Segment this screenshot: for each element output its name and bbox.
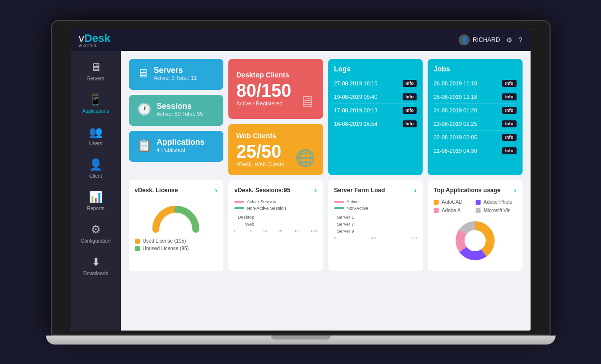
sidebar-item-downloads[interactable]: ⬇ Downloads (71, 250, 121, 282)
adobe-a-dot (434, 208, 439, 213)
job-badge[interactable]: Info (502, 107, 517, 114)
server-farm-arrow[interactable]: › (414, 186, 417, 194)
help-icon[interactable]: ? (519, 36, 523, 44)
sessions-desktop-label: Desktop (234, 215, 254, 220)
applications-card[interactable]: 📋 Applications 4 Published (129, 131, 224, 162)
logo: vDesk works (79, 32, 111, 48)
servers-card[interactable]: 🖥 Servers Active: 9 Total: 11 (129, 59, 224, 90)
job-badge[interactable]: Info (502, 134, 517, 141)
server-active-legend: Active (334, 199, 417, 204)
microsift-legend: Microsift Vis (476, 208, 517, 213)
applications-icon: 📱 (89, 93, 102, 106)
web-clients-title: Web Clients (236, 132, 315, 140)
unused-label: Unused License (95) (143, 246, 189, 251)
job-badge[interactable]: Info (502, 147, 517, 154)
microsift-dot (476, 208, 481, 213)
logs-title: Logs (334, 65, 417, 73)
log-badge[interactable]: Info (403, 80, 417, 87)
user-info: 👤 RICHARD (459, 34, 500, 45)
content: 🖥 Servers Active: 9 Total: 11 🕐 (121, 51, 531, 331)
sessions-chart-arrow[interactable]: › (315, 186, 317, 194)
sidebar-item-servers[interactable]: 🖥 Servers (71, 55, 121, 87)
log-badge[interactable]: Info (403, 120, 417, 127)
license-chart-arrow[interactable]: › (215, 186, 217, 194)
nonactive-session-label: Non-Active Session (247, 206, 286, 211)
job-item: 21-08-2019 04:30Info (434, 144, 517, 157)
top-apps-panel: Top Applications usage › AutoCAD (428, 180, 523, 271)
adobe-a-label: Adobe A (442, 208, 461, 213)
logs-list: 27-08-2019 16:10Info19-08-2019 09:40Info… (334, 77, 417, 130)
sidebar-item-label-applications: Applications (82, 108, 109, 114)
sidebar-item-configuration[interactable]: ⚙ Configuration (71, 217, 121, 250)
log-badge[interactable]: Info (403, 93, 417, 100)
top-apps-arrow[interactable]: › (514, 186, 517, 194)
job-item: 22-08-2019 03:05Info (434, 131, 517, 144)
laptop-base (46, 336, 556, 345)
web-clients-card[interactable]: Web Clients 25/50 vDesk. Web Clients 🌐 (228, 124, 323, 176)
server1-label: Server 1 (334, 215, 354, 220)
job-badge[interactable]: Info (502, 93, 517, 100)
job-badge[interactable]: Info (502, 120, 517, 127)
server-farm-header: Server Farm Load › (334, 186, 417, 194)
charts-row: vDesk. License › (129, 180, 523, 271)
nonactive-session-line (234, 207, 244, 209)
sidebar-item-applications[interactable]: 📱 Applications (71, 87, 121, 120)
adobe-photo-label: Adobe Photo (484, 199, 513, 205)
adobe-photo-legend: Adobe Photo (476, 199, 517, 205)
sessions-card[interactable]: 🕐 Sessions Active: 80 Total: 95 (129, 95, 224, 126)
applications-card-subtitle: 4 Published (157, 147, 205, 153)
job-item: 23-08-2019 02:25Info (434, 117, 517, 131)
top-apps-title: Top Applications usage (434, 187, 501, 194)
donut-hole (465, 230, 486, 251)
autocad-dot (434, 200, 439, 205)
logs-panel: Logs 27-08-2019 16:10Info19-08-2019 09:4… (328, 59, 423, 176)
reports-icon: 📊 (89, 191, 102, 204)
username: RICHARD (473, 36, 500, 43)
server7-row: Server 7 (334, 222, 417, 227)
job-date: 21-08-2019 04:30 (434, 148, 477, 154)
job-badge[interactable]: Info (502, 80, 517, 87)
sidebar: 🖥 Servers 📱 Applications 👥 Users 👤 Clien… (71, 51, 121, 331)
adobe-photo-dot (476, 200, 481, 205)
laptop-screen: vDesk works 👤 RICHARD ⚙ ? (71, 29, 531, 331)
log-item: 19-08-2019 09:40Info (334, 90, 417, 104)
log-badge[interactable]: Info (403, 107, 417, 114)
log-item: 17-08-2019 00:13Info (334, 104, 417, 117)
jobs-title: Jobs (434, 65, 517, 73)
configuration-icon: ⚙ (91, 223, 101, 236)
nonactive-session-legend: Non-Active Session (234, 206, 317, 211)
sessions-desktop-row: Desktop (234, 215, 317, 220)
desktop-clients-card[interactable]: Desktop Clients 80/150 Active / Register… (228, 59, 323, 119)
sidebar-item-label-client: Client (89, 173, 102, 179)
server-nonactive-label: Non-Active (347, 206, 369, 211)
jobs-list: 26-08-2019 11:18Info25-08-2019 12:18Info… (434, 77, 517, 157)
servers-card-icon: 🖥 (137, 66, 149, 80)
users-icon: 👥 (89, 126, 102, 139)
top-apps-donut (434, 218, 517, 263)
active-session-line (234, 201, 244, 203)
laptop-screen-outer: vDesk works 👤 RICHARD ⚙ ? (51, 20, 551, 336)
log-date: 16-08-2019 16:54 (334, 121, 378, 127)
adobe-a-legend: Adobe A (434, 208, 475, 213)
monitor-icon: 🖥 (299, 92, 315, 111)
servers-icon: 🖥 (90, 61, 101, 74)
sidebar-item-users[interactable]: 👥 Users (71, 120, 121, 152)
sessions-bar-chart: Desktop (234, 215, 317, 227)
unused-dot (135, 246, 140, 251)
license-donut-container (135, 199, 218, 234)
servers-card-subtitle: Active: 9 Total: 11 (154, 75, 197, 81)
top-bar: vDesk works 👤 RICHARD ⚙ ? (71, 29, 531, 51)
left-cards: 🖥 Servers Active: 9 Total: 11 🕐 (129, 59, 224, 176)
sidebar-item-reports[interactable]: 📊 Reports (71, 185, 121, 217)
top-apps-svg (453, 218, 498, 263)
sessions-chart-title: vDesk. Sessions:95 (234, 187, 290, 194)
server-farm-legend: Active Non-Active (334, 199, 417, 211)
server9-label: Server 9 (334, 229, 354, 234)
server-farm-chart: Server 1 (334, 215, 417, 234)
sidebar-item-client[interactable]: 👤 Client (71, 152, 121, 185)
settings-icon[interactable]: ⚙ (506, 36, 513, 44)
sessions-card-title: Sessions (157, 102, 203, 111)
license-used-legend: Used License (105) (135, 238, 218, 244)
sessions-legend: Active Session Non-Active Session (234, 199, 317, 211)
sidebar-item-label-users: Users (89, 141, 102, 146)
